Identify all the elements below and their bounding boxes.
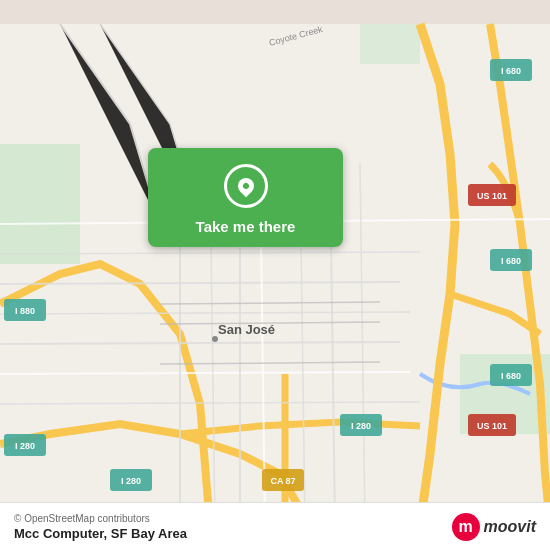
moovit-icon: m xyxy=(452,513,480,541)
svg-text:San José: San José xyxy=(218,322,275,337)
svg-text:I 680: I 680 xyxy=(501,371,521,381)
bottom-bar-info: © OpenStreetMap contributors Mcc Compute… xyxy=(14,513,187,541)
svg-point-6 xyxy=(212,336,218,342)
svg-text:US 101: US 101 xyxy=(477,421,507,431)
map-svg: Coyote Creek San José I 680 US 101 I 680… xyxy=(0,0,550,550)
moovit-logo: m moovit xyxy=(452,513,536,541)
svg-text:CA 87: CA 87 xyxy=(270,476,295,486)
svg-rect-1 xyxy=(0,144,80,264)
svg-text:I 280: I 280 xyxy=(351,421,371,431)
svg-rect-0 xyxy=(0,24,550,526)
place-name: Mcc Computer, SF Bay Area xyxy=(14,526,187,541)
svg-text:I 680: I 680 xyxy=(501,256,521,266)
location-icon-circle xyxy=(224,164,268,208)
moovit-label: moovit xyxy=(484,518,536,536)
svg-text:I 880: I 880 xyxy=(15,306,35,316)
take-me-there-button[interactable]: Take me there xyxy=(196,218,296,235)
location-pin-icon xyxy=(234,175,257,198)
map-container: Coyote Creek San José I 680 US 101 I 680… xyxy=(0,0,550,550)
svg-text:I 680: I 680 xyxy=(501,66,521,76)
svg-rect-3 xyxy=(360,24,420,64)
svg-text:US 101: US 101 xyxy=(477,191,507,201)
svg-text:I 280: I 280 xyxy=(15,441,35,451)
take-me-there-card[interactable]: Take me there xyxy=(148,148,343,247)
attribution-text: © OpenStreetMap contributors xyxy=(14,513,187,524)
svg-text:I 280: I 280 xyxy=(121,476,141,486)
bottom-bar: © OpenStreetMap contributors Mcc Compute… xyxy=(0,502,550,550)
